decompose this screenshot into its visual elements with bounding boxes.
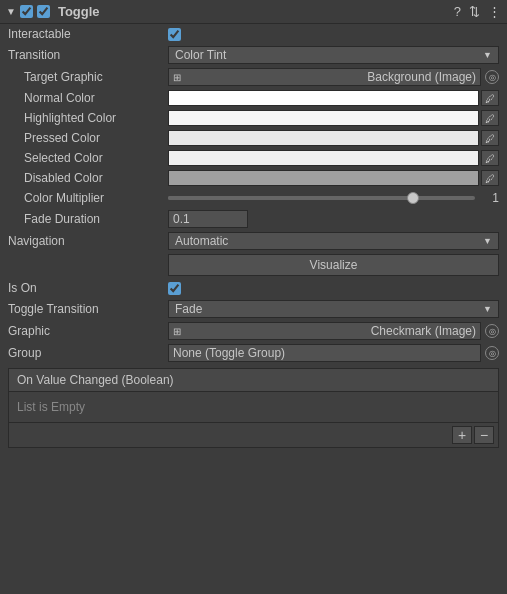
add-button[interactable]: + xyxy=(452,426,472,444)
selected-color-picker[interactable]: 🖊 xyxy=(481,150,499,166)
is-on-checkbox[interactable] xyxy=(168,282,181,295)
toggle-transition-value: Fade ▼ xyxy=(168,300,499,318)
group-select-circle[interactable]: ◎ xyxy=(485,346,499,360)
normal-color-row: Normal Color 🖊 xyxy=(0,88,507,108)
header-icons-group: ? ⇅ ⋮ xyxy=(454,4,501,19)
group-text: None (Toggle Group) xyxy=(173,346,285,360)
normal-color-picker[interactable]: 🖊 xyxy=(481,90,499,106)
highlighted-color-row: Highlighted Color 🖊 xyxy=(0,108,507,128)
normal-color-swatch[interactable] xyxy=(168,90,479,106)
navigation-dropdown[interactable]: Automatic ▼ xyxy=(168,232,499,250)
group-row: Group None (Toggle Group) ◎ xyxy=(0,342,507,364)
more-icon[interactable]: ⋮ xyxy=(488,4,501,19)
is-on-row: Is On xyxy=(0,278,507,298)
target-graphic-row: Target Graphic ⊞ Background (Image) ◎ xyxy=(0,66,507,88)
pressed-color-label: Pressed Color xyxy=(8,131,168,145)
graphic-label: Graphic xyxy=(8,324,168,338)
transition-label: Transition xyxy=(8,48,168,62)
navigation-label: Navigation xyxy=(8,234,168,248)
disabled-color-value: 🖊 xyxy=(168,170,499,186)
pressed-color-row: Pressed Color 🖊 xyxy=(0,128,507,148)
on-value-changed-container: On Value Changed (Boolean) List is Empty… xyxy=(8,368,499,448)
color-multiplier-row: Color Multiplier 1 xyxy=(0,188,507,208)
collapse-arrow[interactable]: ▼ xyxy=(6,6,16,17)
fade-duration-label: Fade Duration xyxy=(8,212,168,226)
fade-duration-value xyxy=(168,210,499,228)
visualize-button[interactable]: Visualize xyxy=(168,254,499,276)
disabled-color-row: Disabled Color 🖊 xyxy=(0,168,507,188)
fade-duration-row: Fade Duration xyxy=(0,208,507,230)
graphic-icon: ⊞ xyxy=(173,326,181,337)
highlighted-color-swatch[interactable] xyxy=(168,110,479,126)
transition-value: Color Tint ▼ xyxy=(168,46,499,64)
group-label: Group xyxy=(8,346,168,360)
highlighted-color-label: Highlighted Color xyxy=(8,111,168,125)
toggle-transition-label: Toggle Transition xyxy=(8,302,168,316)
active-checkbox[interactable] xyxy=(37,5,50,18)
selected-color-value: 🖊 xyxy=(168,150,499,166)
pressed-color-swatch[interactable] xyxy=(168,130,479,146)
target-graphic-label: Target Graphic xyxy=(8,70,168,84)
interactable-checkbox[interactable] xyxy=(168,28,181,41)
is-on-label: Is On xyxy=(8,281,168,295)
is-on-value xyxy=(168,282,499,295)
toggle-transition-dropdown-arrow: ▼ xyxy=(483,304,492,314)
toggle-transition-dropdown[interactable]: Fade ▼ xyxy=(168,300,499,318)
disabled-color-swatch[interactable] xyxy=(168,170,479,186)
graphic-row: Graphic ⊞ Checkmark (Image) ◎ xyxy=(0,320,507,342)
color-multiplier-fill xyxy=(168,196,414,200)
color-multiplier-slider-container: 1 xyxy=(168,191,499,205)
graphic-field[interactable]: ⊞ Checkmark (Image) xyxy=(168,322,481,340)
help-icon[interactable]: ? xyxy=(454,4,461,19)
visualize-row: Visualize xyxy=(0,252,507,278)
normal-color-value: 🖊 xyxy=(168,90,499,106)
pressed-color-picker[interactable]: 🖊 xyxy=(481,130,499,146)
group-value: None (Toggle Group) ◎ xyxy=(168,344,499,362)
component-header: ▼ Toggle ? ⇅ ⋮ xyxy=(0,0,507,24)
color-multiplier-thumb[interactable] xyxy=(407,192,419,204)
graphic-text: Checkmark (Image) xyxy=(371,324,476,338)
target-graphic-value: ⊞ Background (Image) ◎ xyxy=(168,68,499,86)
color-multiplier-label: Color Multiplier xyxy=(8,191,168,205)
normal-color-label: Normal Color xyxy=(8,91,168,105)
fade-duration-input[interactable] xyxy=(168,210,248,228)
interactable-row: Interactable xyxy=(0,24,507,44)
target-graphic-select-circle[interactable]: ◎ xyxy=(485,70,499,84)
on-value-changed-header: On Value Changed (Boolean) xyxy=(9,369,498,392)
disabled-color-label: Disabled Color xyxy=(8,171,168,185)
highlighted-color-value: 🖊 xyxy=(168,110,499,126)
list-empty-label: List is Empty xyxy=(9,392,498,422)
transition-row: Transition Color Tint ▼ xyxy=(0,44,507,66)
sort-icon[interactable]: ⇅ xyxy=(469,4,480,19)
selected-color-row: Selected Color 🖊 xyxy=(0,148,507,168)
target-graphic-icon: ⊞ xyxy=(173,72,181,83)
highlighted-color-picker[interactable]: 🖊 xyxy=(481,110,499,126)
list-footer: + − xyxy=(9,422,498,447)
interactable-label: Interactable xyxy=(8,27,168,41)
navigation-row: Navigation Automatic ▼ xyxy=(0,230,507,252)
navigation-dropdown-text: Automatic xyxy=(175,234,228,248)
group-field[interactable]: None (Toggle Group) xyxy=(168,344,481,362)
target-graphic-text: Background (Image) xyxy=(367,70,476,84)
disabled-color-picker[interactable]: 🖊 xyxy=(481,170,499,186)
selected-color-label: Selected Color xyxy=(8,151,168,165)
graphic-select-circle[interactable]: ◎ xyxy=(485,324,499,338)
target-graphic-field[interactable]: ⊞ Background (Image) xyxy=(168,68,481,86)
selected-color-swatch[interactable] xyxy=(168,150,479,166)
transition-dropdown-arrow: ▼ xyxy=(483,50,492,60)
color-multiplier-track xyxy=(168,196,475,200)
transition-dropdown-text: Color Tint xyxy=(175,48,226,62)
remove-button[interactable]: − xyxy=(474,426,494,444)
enabled-checkbox[interactable] xyxy=(20,5,33,18)
navigation-dropdown-arrow: ▼ xyxy=(483,236,492,246)
graphic-value: ⊞ Checkmark (Image) ◎ xyxy=(168,322,499,340)
component-title: Toggle xyxy=(58,4,450,19)
pressed-color-value: 🖊 xyxy=(168,130,499,146)
transition-dropdown[interactable]: Color Tint ▼ xyxy=(168,46,499,64)
navigation-value: Automatic ▼ xyxy=(168,232,499,250)
color-multiplier-display: 1 xyxy=(479,191,499,205)
toggle-transition-row: Toggle Transition Fade ▼ xyxy=(0,298,507,320)
interactable-value xyxy=(168,28,499,41)
color-multiplier-value: 1 xyxy=(168,191,499,205)
toggle-transition-text: Fade xyxy=(175,302,202,316)
